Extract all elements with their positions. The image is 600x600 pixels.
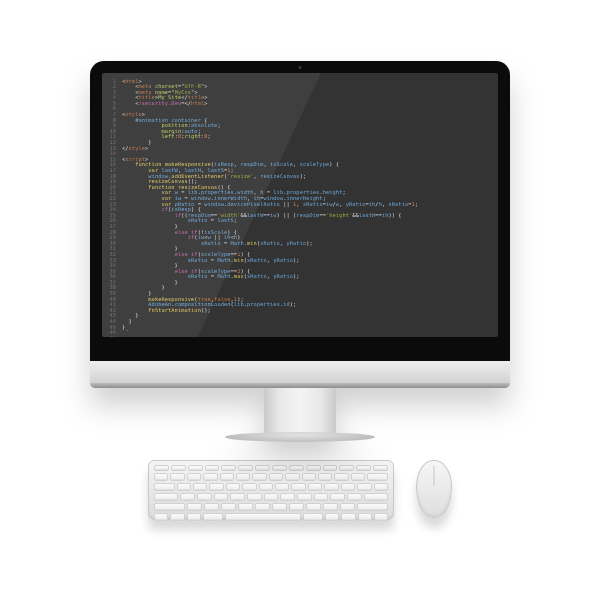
keyboard-row — [154, 473, 388, 481]
monitor-chin — [90, 361, 510, 383]
desk-peripherals — [148, 460, 452, 520]
keyboard-row — [154, 483, 388, 491]
monitor-stand-base — [225, 432, 375, 442]
code-editor: 1 2 3 4 5 6 7 8 9 10 11 12 13 14 15 16 1… — [102, 73, 498, 337]
line-number-gutter: 1 2 3 4 5 6 7 8 9 10 11 12 13 14 15 16 1… — [102, 79, 120, 331]
monitor-chin-edge — [90, 383, 510, 388]
keyboard — [148, 460, 394, 520]
mouse — [416, 460, 452, 518]
desktop-monitor: 1 2 3 4 5 6 7 8 9 10 11 12 13 14 15 16 1… — [90, 61, 510, 442]
webcam-icon — [299, 66, 302, 69]
keyboard-row — [154, 465, 388, 471]
keyboard-row — [154, 503, 388, 511]
keyboard-row — [154, 513, 388, 521]
code-lines: <html> <meta charset="UTF-8"> <meta name… — [120, 79, 498, 331]
monitor-stand-neck — [264, 388, 336, 436]
keyboard-row — [154, 493, 388, 501]
monitor-bezel: 1 2 3 4 5 6 7 8 9 10 11 12 13 14 15 16 1… — [90, 61, 510, 361]
screen: 1 2 3 4 5 6 7 8 9 10 11 12 13 14 15 16 1… — [102, 73, 498, 337]
